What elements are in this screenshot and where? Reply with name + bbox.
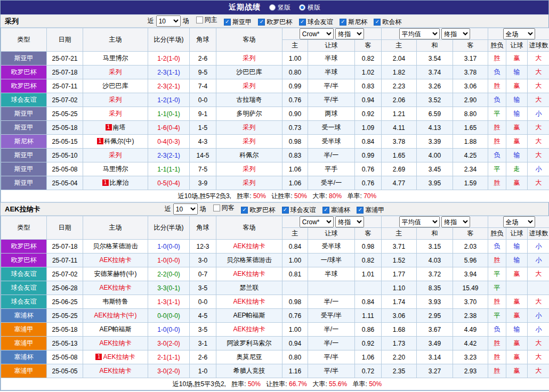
away-team[interactable]: 采列 (216, 135, 282, 149)
view-vertical-radio[interactable]: 竖版 (269, 3, 290, 12)
avg-time-select[interactable]: 终指 (441, 216, 470, 227)
home-team[interactable]: 1南塔 (83, 121, 148, 135)
home-team[interactable]: AEP帕福斯 (83, 323, 148, 337)
corners: 3-0 (190, 254, 216, 267)
league-filter-checkbox[interactable]: 塞浦甲 (357, 206, 384, 215)
odds-provider-select[interactable]: Crow* (300, 216, 334, 227)
avg-odds-away: 2.03 (453, 240, 488, 254)
home-team[interactable]: 韦斯特鲁 (83, 295, 148, 309)
home-team[interactable]: 采列 (83, 149, 148, 162)
home-team[interactable]: 马里博尔 (83, 52, 148, 66)
result-handicap: 赢 (506, 52, 528, 66)
away-team[interactable]: 贝尔格莱德游击 (216, 254, 282, 267)
away-team[interactable]: 沙巴巴库 (216, 66, 282, 79)
checkbox-label: 塞浦甲 (365, 206, 384, 215)
avg-odds-away: 3.94 (453, 267, 488, 281)
handicap-odds-away: 0.98 (355, 240, 382, 254)
view-horizontal-label: 横版 (308, 3, 320, 12)
league-type-badge: 斯亚甲 (1, 107, 47, 121)
away-team[interactable]: 古拉瑞奇 (216, 93, 282, 107)
league-filter-checkbox[interactable]: 欧罗巴杯 (258, 18, 292, 27)
match-row: 塞浦甲 25-05-13 AEK拉纳卡 3-0(2-0) 3-1 阿波罗利马索尔… (1, 337, 549, 350)
away-team[interactable]: 采列 (216, 79, 282, 93)
handicap-line: 平手 (308, 162, 355, 176)
avg-odds-draw: 3.54 (417, 52, 453, 66)
recent-count-select[interactable]: 10 (173, 203, 198, 215)
topbar: 近期战绩 竖版 横版 (1, 1, 548, 14)
league-filter-checkbox[interactable]: 同客 (213, 203, 235, 213)
home-team[interactable]: AEK拉纳卡 (83, 337, 148, 350)
league-filter-checkbox[interactable]: 欧罗巴杯 (241, 206, 275, 215)
away-team[interactable]: 采列 (216, 176, 282, 190)
away-team[interactable]: 采列 (216, 162, 282, 176)
result-scope-select[interactable]: 全场 (503, 28, 535, 39)
games-label: 场 (200, 205, 206, 214)
away-team[interactable]: 瑟兰联 (216, 281, 282, 295)
handicap-odds-home: 0.90 (282, 107, 308, 121)
col-handicap: 让球 (308, 228, 355, 240)
handicap-odds-away: 0.83 (355, 79, 382, 93)
league-filter-checkbox[interactable]: 球会友谊 (282, 206, 316, 215)
league-filter-checkbox[interactable]: 塞浦杯 (322, 206, 350, 215)
col-avg-draw: 和 (417, 40, 453, 52)
away-team[interactable]: AEK拉纳卡 (216, 323, 282, 337)
away-team[interactable]: AEK拉纳卡 (216, 240, 282, 254)
away-team[interactable]: 阿波罗利马索尔 (216, 337, 282, 350)
league-filter-checkbox[interactable]: 斯亚甲 (224, 18, 252, 27)
home-team[interactable]: AEK拉纳卡 (83, 364, 148, 378)
result-scope-select[interactable]: 全场 (503, 216, 535, 227)
away-team[interactable]: AEP帕福斯 (216, 309, 282, 323)
away-team[interactable]: AEK拉纳卡 (216, 295, 282, 309)
home-team[interactable]: AEK拉纳卡(中) (83, 309, 148, 323)
home-team[interactable]: AEK拉纳卡 (83, 281, 148, 295)
avg-odds-select[interactable]: 平均值 (399, 216, 440, 227)
home-team[interactable]: 1科佩尔(中) (83, 135, 148, 149)
home-team[interactable]: 贝尔格莱德游击 (83, 240, 148, 254)
league-filter-checkbox[interactable]: 球会友谊 (299, 18, 333, 27)
avg-time-select[interactable]: 终指 (441, 28, 470, 39)
away-team[interactable]: 科佩尔 (216, 149, 282, 162)
avg-odds-home: 1.82 (382, 66, 417, 79)
league-filter-checkbox[interactable]: 欧会杯 (374, 18, 401, 27)
away-team[interactable]: 多明萨尔 (216, 107, 282, 121)
corners: 4-5 (190, 309, 216, 323)
handicap-time-select[interactable]: 终指 (335, 28, 364, 39)
result-win-draw-loss: 负 (488, 66, 506, 79)
home-team[interactable]: 马里博尔 (83, 162, 148, 176)
away-team[interactable]: 奥莫尼亚 (216, 350, 282, 364)
team-name: 采列 (109, 151, 122, 159)
away-team[interactable]: 采列 (216, 121, 282, 135)
home-team[interactable]: 1比摩治 (83, 176, 148, 190)
result-handicap: 输 (506, 93, 528, 107)
result-win-draw-loss: 负 (488, 240, 506, 254)
view-horizontal-radio[interactable]: 横版 (299, 3, 320, 12)
handicap-time-select[interactable]: 终指 (335, 216, 364, 227)
avg-odds-away: 2.93 (453, 364, 488, 378)
team-name: 韦斯特鲁 (103, 298, 128, 305)
recent-count-select[interactable]: 10 (156, 15, 181, 27)
home-team[interactable]: AEK拉纳卡 (83, 254, 148, 267)
home-team[interactable]: 采列 (83, 66, 148, 79)
avg-odds-draw: 4.13 (417, 121, 453, 135)
match-date: 25-07-18 (47, 240, 83, 254)
home-team[interactable]: 采列 (83, 107, 148, 121)
odds-provider-select[interactable]: Crow* (300, 28, 334, 39)
home-team[interactable]: 1AEK拉纳卡 (83, 350, 148, 364)
away-team[interactable]: 希腊人竞技 (216, 364, 282, 378)
section-header-team1: 采列 近 10 场 同主 斯亚甲 欧罗巴杯 球会友谊 斯尼杯 欧会杯 (1, 14, 548, 28)
away-team[interactable]: AEK拉纳卡 (216, 267, 282, 281)
result-over-under: 大 (528, 176, 549, 190)
corners: 9-5 (190, 66, 216, 79)
result-handicap: 赢 (506, 295, 528, 309)
home-team[interactable]: 安德莱赫特(中) (83, 267, 148, 281)
col-odds-away: 客 (355, 40, 382, 52)
away-team[interactable]: 采列 (216, 52, 282, 66)
league-filter-checkbox[interactable]: 斯尼杯 (340, 18, 367, 27)
match-date: 25-07-11 (47, 79, 83, 93)
avg-odds-select[interactable]: 平均值 (399, 28, 440, 39)
checkbox-label: 欧罗巴杯 (267, 18, 292, 27)
home-team[interactable]: 沙巴巴库 (83, 79, 148, 93)
league-filter-checkbox[interactable]: 同主 (196, 15, 217, 24)
avg-odds-home: 2.04 (382, 52, 417, 66)
home-team[interactable]: 采列 (83, 93, 148, 107)
